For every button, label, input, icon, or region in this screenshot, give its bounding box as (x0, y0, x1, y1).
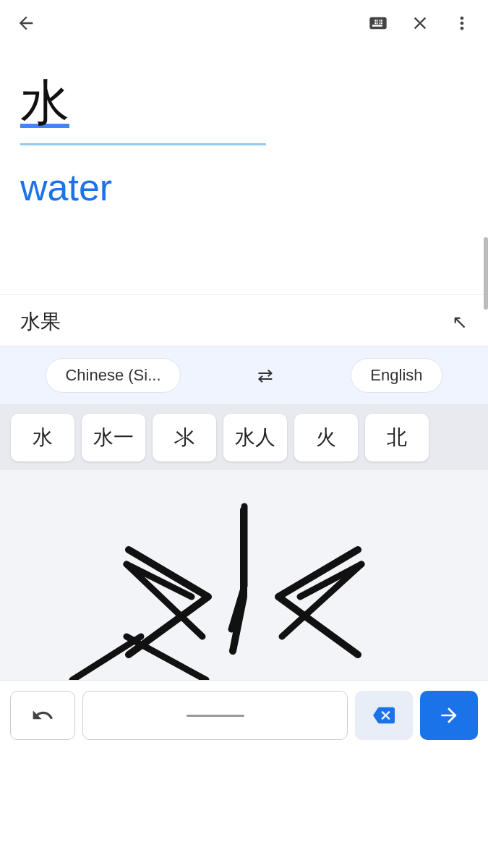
send-button[interactable] (420, 691, 478, 740)
translation-area: 水 water (0, 48, 488, 294)
space-button[interactable] (82, 691, 348, 740)
char-suggestion-4[interactable]: 火 (294, 414, 358, 461)
top-bar (0, 0, 488, 48)
back-arrow-icon (16, 13, 36, 33)
handwriting-canvas (0, 470, 488, 680)
handwriting-drawing-area[interactable] (0, 470, 488, 680)
char-suggestion-1[interactable]: 水一 (82, 414, 145, 461)
close-button[interactable] (407, 10, 433, 38)
bottom-action-bar (0, 680, 488, 750)
close-x-icon (410, 13, 430, 33)
language-selector-bar: Chinese (Si... ⇄ English (0, 346, 488, 405)
more-options-button[interactable] (449, 10, 475, 38)
delete-button[interactable] (355, 691, 413, 740)
divider-line (20, 143, 266, 145)
scrollbar (484, 237, 488, 310)
undo-button[interactable] (10, 691, 75, 740)
undo-icon (31, 704, 54, 727)
source-text: 水 (20, 70, 468, 136)
back-button[interactable] (13, 10, 39, 38)
char-suggestions-bar: 水 水一 氺 水人 火 北 (0, 405, 488, 470)
keyboard-button[interactable] (365, 10, 391, 38)
send-arrow-icon (437, 704, 461, 727)
char-suggestion-3[interactable]: 水人 (223, 414, 287, 461)
char-suggestion-2[interactable]: 氺 (153, 414, 216, 461)
swap-languages-icon[interactable]: ⇄ (257, 365, 273, 387)
space-bar-indicator (187, 715, 244, 717)
delete-icon (373, 705, 395, 726)
char-suggestion-0[interactable]: 水 (11, 414, 74, 461)
suggestion-word: 水果 (20, 308, 61, 336)
char-suggestion-5[interactable]: 北 (365, 414, 429, 461)
expand-icon: ↖ (452, 311, 468, 333)
source-language-button[interactable]: Chinese (Si... (46, 358, 180, 393)
target-language-button[interactable]: English (351, 358, 442, 393)
keyboard-icon (368, 13, 388, 33)
translated-text: water (20, 166, 468, 209)
suggestion-row[interactable]: 水果 ↖ (0, 294, 488, 346)
more-vertical-icon (452, 13, 472, 33)
